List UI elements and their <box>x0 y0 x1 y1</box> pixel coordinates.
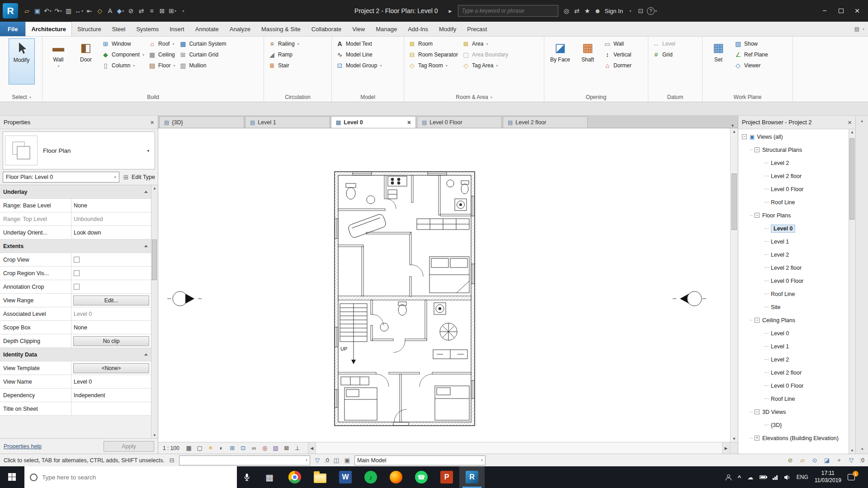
browser-tree-item[interactable]: ▣ Level 0 Floor <box>738 379 849 392</box>
set-button[interactable]: ▦ Set <box>705 38 731 65</box>
crop-view-icon[interactable]: ⊞ <box>227 445 237 451</box>
scroll-down-icon[interactable]: ▼ <box>732 436 736 441</box>
type-selector[interactable]: Floor Plan ▾ <box>3 131 155 169</box>
tree-expand-icon[interactable]: − <box>755 213 760 218</box>
tree-expand-icon[interactable]: + <box>755 436 760 441</box>
task-view-button[interactable]: ▦ <box>257 466 282 488</box>
property-value[interactable]: No clip <box>71 334 151 347</box>
volume-icon[interactable] <box>784 474 790 480</box>
customize-qat-icon[interactable]: ▾ <box>178 5 189 17</box>
property-row[interactable]: Title on Sheet <box>0 402 151 416</box>
browser-tree-item[interactable]: ▣ Site <box>738 300 849 314</box>
browser-tree-item[interactable]: ▣ Level 2 <box>738 248 849 261</box>
railing-button[interactable]: ≡Railing▾ <box>267 38 301 49</box>
roof-button[interactable]: ⌂Roof▾ <box>147 38 176 49</box>
mullion-button[interactable]: ▥Mullion <box>178 60 227 71</box>
browser-tree-item[interactable]: ▣ Level 2 floor <box>738 169 849 183</box>
opening-wall-button[interactable]: ▭Wall <box>602 38 633 49</box>
show-crop-region-icon[interactable]: ⊡ <box>238 445 248 451</box>
tag-icon[interactable]: ◇ <box>94 5 105 17</box>
network-icon[interactable] <box>773 475 778 480</box>
scroll-down-icon[interactable]: ▼ <box>850 449 854 453</box>
dormer-button[interactable]: ⌂Dormer <box>602 60 633 71</box>
area-button[interactable]: ⊠Area▾ <box>461 38 509 49</box>
people-icon[interactable] <box>726 474 731 480</box>
ribbon-tab[interactable]: Structure <box>72 22 107 36</box>
property-row[interactable]: Extents <box>0 239 151 253</box>
design-options-combobox[interactable]: Main Model▾ <box>354 455 486 465</box>
ribbon-tab[interactable]: Architecture <box>25 22 72 36</box>
view-tab[interactable]: ▤ Level 0 × <box>331 116 416 128</box>
ref-plane-button[interactable]: ∠Ref Plane <box>733 49 769 60</box>
sync-icon[interactable]: ⇄ <box>136 5 146 17</box>
aligned-dimension-icon[interactable]: ⇤ <box>84 5 94 17</box>
gray-inactive-worksets-icon[interactable]: ▣ <box>344 457 351 464</box>
ribbon-tab[interactable]: Massing & Site <box>256 22 306 36</box>
drag-on-selection-toggle-icon[interactable]: + <box>835 457 843 464</box>
canvas-horizontal-scrollbar[interactable]: ◀ ▶ <box>308 442 738 454</box>
ribbon-tab[interactable]: View <box>347 22 370 36</box>
word-button[interactable]: W <box>333 466 358 488</box>
panel-label-model[interactable]: Model <box>332 93 404 102</box>
browser-tree-item[interactable]: ▣ Level 2 floor <box>738 366 849 379</box>
select-links-toggle-icon[interactable]: ⊘ <box>787 457 794 464</box>
property-row[interactable]: View Name Level 0 <box>0 375 151 389</box>
browser-tree-item[interactable]: ▣ Roof Line <box>738 392 849 405</box>
show-button[interactable]: ▧Show <box>733 38 769 49</box>
shaft-button[interactable]: ▦ Shaft <box>575 38 601 65</box>
taskbar-clock[interactable]: 17:11 11/03/2019 <box>815 470 841 484</box>
favorites-star-icon[interactable]: ★ <box>582 5 592 17</box>
property-row[interactable]: Scope Box None <box>0 321 151 334</box>
panel-label-select[interactable]: Select▾ <box>1 93 42 102</box>
browser-tree-item[interactable]: ▣ Level 0 <box>738 327 849 340</box>
browser-tree-item[interactable]: − ▣ Structural Plans <box>738 143 849 156</box>
edit-type-button[interactable]: ⊞ Edit Type <box>122 174 155 180</box>
property-value[interactable]: None <box>71 199 151 212</box>
view-tab[interactable]: ▤ Level 2 floor <box>503 116 588 128</box>
view-tab-close-button[interactable]: × <box>407 119 411 126</box>
ribbon-display-menu-icon[interactable]: ▾ <box>863 27 864 31</box>
model-text-button[interactable]: AModel Text <box>335 38 383 49</box>
close-button[interactable]: × <box>849 4 865 18</box>
select-pinned-toggle-icon[interactable]: ⊙ <box>811 457 818 464</box>
ribbon-tab[interactable]: Precast <box>462 22 492 36</box>
canvas-vertical-scrollbar[interactable]: ▲ ▼ <box>730 128 738 442</box>
browser-tree-item[interactable]: ▣ Roof Line <box>738 287 849 300</box>
firefox-button[interactable] <box>383 466 409 488</box>
hide-analytical-model-icon[interactable]: ⊠ <box>282 445 292 451</box>
view-tab-menu-icon[interactable]: ▾ <box>727 123 738 128</box>
profile-icon[interactable]: ☻ <box>592 5 603 17</box>
view-tab[interactable]: ▤ Level 1 <box>245 116 330 128</box>
property-value[interactable]: Level 0 <box>71 375 151 388</box>
powerpoint-button[interactable]: P <box>434 466 459 488</box>
browser-tree-item[interactable]: ▣ Level 2 <box>738 156 849 169</box>
undo-icon[interactable]: ↶▾ <box>42 5 53 17</box>
reveal-constraints-icon[interactable]: ⊥ <box>292 445 302 451</box>
scroll-down-icon[interactable]: ▼ <box>153 433 156 437</box>
property-row[interactable]: View Template <None> <box>0 361 151 375</box>
open-folder-icon[interactable]: ▱ <box>22 5 32 17</box>
detail-level-icon[interactable]: ▦ <box>184 445 194 451</box>
column-button[interactable]: ▯Column▾ <box>100 60 146 71</box>
whatsapp-button[interactable]: ☎ <box>409 466 434 488</box>
area-boundary-button[interactable]: ▢Area Boundary <box>461 49 509 60</box>
scrollbar-thumb[interactable] <box>152 239 157 280</box>
app-store-cart-icon[interactable]: ⊡ <box>636 5 646 17</box>
help-search-box[interactable] <box>458 5 558 17</box>
chevron-right-icon[interactable]: ▸ <box>445 5 455 17</box>
scroll-up-icon[interactable]: ▲ <box>732 129 736 134</box>
browser-tree-item[interactable]: ▣ Level 2 floor <box>738 261 849 274</box>
property-row[interactable]: Identity Data <box>0 348 151 361</box>
property-row[interactable]: Depth Clipping No clip <box>0 334 151 348</box>
revit-logo[interactable]: R <box>3 3 18 19</box>
property-value[interactable]: <None> <box>71 361 151 375</box>
property-value[interactable] <box>71 402 151 415</box>
property-row[interactable]: Crop Region Vis... <box>0 267 151 280</box>
scroll-up-icon[interactable]: ▲ <box>850 130 854 134</box>
ribbon-tab[interactable]: Insert <box>164 22 190 36</box>
floor-button[interactable]: ▤Floor▾ <box>147 60 176 71</box>
maximize-button[interactable] <box>833 4 849 18</box>
measure-icon[interactable]: ↔▾ <box>74 5 84 17</box>
sign-in-button[interactable]: Sign In <box>604 8 623 14</box>
default-3d-view-icon[interactable]: ◆▾ <box>115 5 126 17</box>
